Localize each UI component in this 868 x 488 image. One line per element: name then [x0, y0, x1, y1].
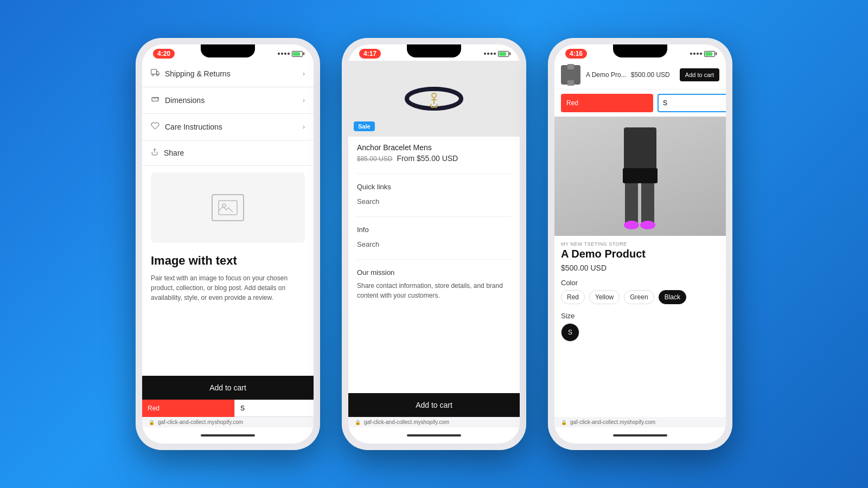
phone3-content: A Demo Pro... $500.00 USD Add to cart: [554, 61, 726, 427]
product-price-3: $500.00 USD: [554, 264, 726, 277]
share-icon: [151, 148, 158, 158]
info-section: Info Search: [348, 221, 520, 255]
phone-3: 4:16: [548, 38, 732, 450]
share-label: Share: [164, 149, 184, 157]
time-3: 4:16: [565, 49, 587, 59]
accordion-dimensions[interactable]: Dimensions ›: [142, 87, 314, 114]
bracelet-svg: [399, 77, 469, 120]
image-text-body: Pair text with an image to focus on your…: [151, 273, 305, 303]
chevron-dimensions: ›: [303, 97, 305, 104]
signal-3: [690, 53, 702, 55]
color-input-1[interactable]: [142, 400, 234, 417]
product-title-3: A Demo Product: [554, 248, 726, 264]
color-label-3: Color: [554, 277, 726, 290]
product-image-3: [554, 117, 726, 236]
sticky-thumb-img: [564, 64, 577, 86]
home-indicator-3: [613, 434, 667, 436]
care-label: Care Instructions: [165, 123, 222, 131]
phone-1: 4:20: [136, 38, 320, 450]
share-item[interactable]: Share: [142, 140, 314, 166]
sticky-thumb: [561, 65, 580, 85]
url-text-1: gaf-click-and-collect.myshopify.com: [158, 419, 243, 425]
bottom-bar-3: [554, 427, 726, 444]
mission-heading: Our mission: [357, 268, 511, 277]
product-figure-svg: [586, 117, 694, 236]
add-to-cart-bar-2[interactable]: Add to cart: [348, 393, 520, 417]
home-indicator-2: [407, 434, 461, 436]
lock-icon-1: 🔒: [149, 420, 155, 425]
color-btn-red[interactable]: Red: [561, 290, 585, 304]
color-btn-green[interactable]: Green: [624, 290, 654, 304]
svg-point-16: [640, 221, 655, 229]
bottom-bar-1: [142, 427, 314, 444]
color-input-3[interactable]: [561, 94, 653, 112]
placeholder-icon: [212, 194, 244, 221]
sale-badge: Sale: [354, 121, 375, 131]
quick-links-heading: Quick links: [357, 183, 511, 191]
sticky-price: $500.00 USD: [631, 71, 670, 79]
url-bar-1: 🔒 gaf-click-and-collect.myshopify.com: [142, 417, 314, 427]
size-options-3: S: [554, 323, 726, 347]
color-btn-yellow[interactable]: Yellow: [589, 290, 620, 304]
product-info-2: Anchor Bracelet Mens $85.00 USD From $55…: [348, 137, 520, 169]
svg-rect-11: [566, 69, 575, 80]
battery-2: [498, 51, 509, 57]
size-btn-s[interactable]: S: [561, 323, 579, 342]
image-text-heading: Image with text: [151, 254, 305, 268]
size-input-3[interactable]: [658, 94, 726, 112]
bottom-inputs-1: [142, 400, 314, 417]
quick-links-search[interactable]: Search: [357, 195, 511, 208]
color-size-inputs: [554, 89, 726, 117]
image-text-section: Image with text Pair text with an image …: [142, 249, 314, 376]
sticky-info: A Demo Pro... $500.00 USD: [586, 71, 674, 79]
notch-2: [407, 44, 461, 57]
mission-body: Share contact information, store details…: [357, 281, 511, 300]
store-name-3: MY NEW TSETING STORE: [554, 236, 726, 248]
truck-icon: [151, 68, 159, 79]
battery-3: [704, 51, 715, 57]
heart-icon: [151, 121, 159, 132]
time-2: 4:17: [359, 49, 381, 59]
url-bar-2: 🔒 gaf-click-and-collect.myshopify.com: [348, 417, 520, 427]
sticky-name: A Demo Pro...: [586, 71, 627, 79]
mission-section: Our mission Share contact information, s…: [348, 264, 520, 305]
quick-links-section: Quick links Search: [348, 178, 520, 212]
sticky-header: A Demo Pro... $500.00 USD Add to cart: [554, 61, 726, 89]
notch-1: [201, 44, 255, 57]
sticky-add-to-cart[interactable]: Add to cart: [680, 68, 719, 81]
phone1-content: Shipping & Returns › Dimensions ›: [142, 61, 314, 427]
color-btn-black[interactable]: Black: [659, 290, 686, 304]
signal-2: [484, 53, 496, 55]
info-search[interactable]: Search: [357, 238, 511, 251]
info-heading: Info: [357, 226, 511, 234]
status-icons-1: [278, 51, 303, 57]
ruler-icon: [151, 95, 159, 106]
bottom-bar-2: [348, 427, 520, 444]
size-input-1[interactable]: [234, 400, 314, 417]
accordion-care[interactable]: Care Instructions ›: [142, 114, 314, 140]
original-price-2: $85.00 USD: [357, 155, 392, 163]
add-to-cart-bar-1[interactable]: Add to cart: [142, 376, 314, 400]
svg-point-15: [624, 221, 639, 229]
battery-1: [292, 51, 303, 57]
svg-rect-17: [623, 168, 658, 183]
notch-3: [613, 44, 667, 57]
size-label-3: Size: [554, 310, 726, 323]
shipping-label: Shipping & Returns: [165, 69, 231, 78]
svg-point-1: [152, 74, 154, 76]
divider-3: [357, 259, 511, 260]
chevron-shipping: ›: [303, 70, 305, 78]
accordion-shipping[interactable]: Shipping & Returns ›: [142, 61, 314, 87]
product-name-2: Anchor Bracelet Mens: [357, 143, 511, 152]
url-text-2: gaf-click-and-collect.myshopify.com: [364, 419, 449, 425]
dimensions-label: Dimensions: [165, 96, 205, 105]
chevron-care: ›: [303, 123, 305, 131]
home-indicator-1: [201, 434, 255, 436]
color-options-3: Red Yellow Green Black: [554, 290, 726, 310]
image-placeholder: [151, 172, 305, 243]
svg-point-7: [432, 93, 436, 98]
url-bar-3: 🔒 gaf-click-and-collect.myshopify.com: [554, 417, 726, 427]
svg-rect-0: [151, 69, 157, 74]
status-icons-2: [484, 51, 509, 57]
sale-price-2: From $55.00 USD: [397, 154, 458, 163]
